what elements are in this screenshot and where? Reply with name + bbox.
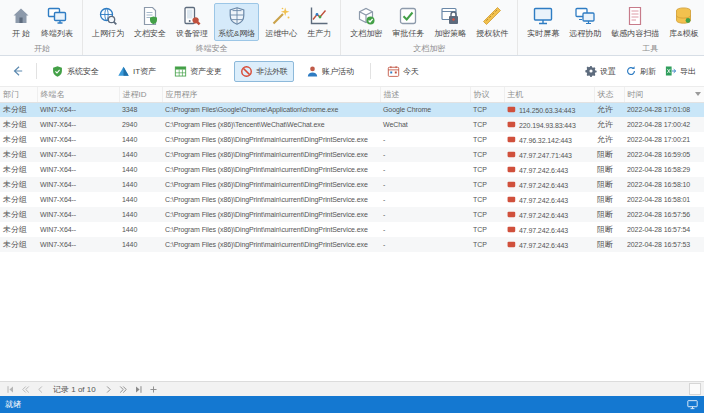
toolbar-action-button[interactable]: 导出 (665, 65, 696, 77)
cell-status: 阻断 (594, 147, 624, 162)
ribbon-button[interactable]: 开 始 (7, 3, 35, 41)
toolbar-action-button[interactable]: 刷新 (625, 65, 656, 77)
filter-item[interactable]: 账户活动 (300, 61, 360, 82)
column-header-label: 终端名 (41, 90, 65, 99)
cell-terminal: WIN7-X64-- (37, 162, 119, 177)
cell-terminal: WIN7-X64-- (37, 147, 119, 162)
cell-time: 2022-04-28 16:58:10 (624, 177, 704, 192)
filter-item[interactable]: 资产变更 (168, 61, 228, 82)
table-row[interactable]: 未分组WIN7-X64--1440C:\Program Files (x86)\… (0, 222, 704, 237)
back-button[interactable] (8, 61, 28, 81)
ribbon-button-label: 远程协助 (569, 28, 601, 39)
cell-status: 允许 (594, 132, 624, 147)
filter-item[interactable]: 系统安全 (45, 61, 105, 82)
filter-item-label: 非法外联 (256, 66, 288, 77)
ribbon-button-label: 实时屏幕 (527, 28, 559, 39)
add-record-button[interactable] (147, 383, 161, 396)
next-record-button[interactable] (102, 383, 116, 396)
encrypt-policy-icon (440, 6, 460, 26)
cell-department: 未分组 (0, 222, 37, 237)
doc-encrypt-icon (356, 6, 376, 26)
table-row[interactable]: 未分组WIN7-X64--1440C:\Program Files (x86)\… (0, 132, 704, 147)
table-row[interactable]: 未分组WIN7-X64--1440C:\Program Files (x86)\… (0, 162, 704, 177)
device-manage-icon (182, 6, 202, 26)
first-page-button[interactable] (3, 383, 17, 396)
column-header[interactable]: 主机 (504, 87, 594, 102)
cell-time: 2022-04-28 17:00:21 (624, 132, 704, 147)
filter-item[interactable]: IT资产 (111, 61, 162, 82)
table-row[interactable]: 未分组WIN7-X64--1440C:\Program Files (x86)\… (0, 237, 704, 252)
toolbar-action-label: 导出 (680, 66, 696, 77)
cell-terminal: WIN7-X64-- (37, 132, 119, 147)
cell-app-path: C:\Program Files (x86)\DingPrint\main\cu… (162, 207, 380, 222)
statusbar-monitor-icon (686, 399, 699, 410)
ribbon-button[interactable]: 设备管理 (172, 3, 212, 41)
prev-record-button[interactable] (33, 383, 47, 396)
cell-host: 220.194.93.83:443 (504, 117, 594, 132)
ribbon-button[interactable]: 文档安全 (130, 3, 170, 41)
last-page-button[interactable] (132, 383, 146, 396)
cell-host: 47.97.242.6:443 (504, 192, 594, 207)
cell-status: 阻断 (594, 192, 624, 207)
ribbon-button[interactable]: 远程协助 (565, 3, 605, 41)
cell-terminal: WIN7-X64-- (37, 102, 119, 117)
table-row[interactable]: 未分组WIN7-X64--1440C:\Program Files (x86)\… (0, 207, 704, 222)
cell-app-path: C:\Program Files (x86)\DingPrint\main\cu… (162, 132, 380, 147)
column-header-label: 状态 (598, 90, 614, 99)
filter-item-label: 今天 (403, 66, 419, 77)
table-row[interactable]: 未分组WIN7-X64--3348C:\Program Files\Google… (0, 102, 704, 117)
ribbon-button[interactable]: 系统&网络 (214, 3, 259, 41)
authorized-software-icon (482, 6, 502, 26)
calendar-icon (387, 65, 400, 78)
table-row[interactable]: 未分组WIN7-X64--2940C:\Program Files (x86)\… (0, 117, 704, 132)
record-counter: 记录 1 of 10 (48, 384, 101, 395)
filter-item[interactable]: 今天 (381, 61, 425, 82)
flag-icon (507, 151, 516, 158)
column-header[interactable]: 描述 (380, 87, 470, 102)
table-row[interactable]: 未分组WIN7-X64--1440C:\Program Files (x86)\… (0, 177, 704, 192)
ribbon-button[interactable]: 上网行为 (88, 3, 128, 41)
horizontal-scrollbar-button[interactable] (689, 383, 701, 395)
cell-app-path: C:\Program Files (x86)\Tencent\WeChat\We… (162, 117, 380, 132)
ribbon-button[interactable]: 运维中心 (261, 3, 301, 41)
toolbar-action-button[interactable]: 设置 (585, 65, 616, 77)
next-group-button[interactable] (117, 383, 131, 396)
ribbon-button-label: 文档安全 (134, 28, 166, 39)
ribbon-group-label: 开始 (2, 43, 82, 54)
cell-app-path: C:\Program Files (x86)\DingPrint\main\cu… (162, 192, 380, 207)
host-address: 47.97.242.6:443 (519, 212, 568, 219)
column-header[interactable]: 部门 (0, 87, 37, 102)
column-header[interactable]: 协议 (470, 87, 504, 102)
ribbon-button[interactable]: 终端列表 (37, 3, 77, 41)
ribbon-button[interactable]: 生产力 (303, 3, 335, 41)
ribbon-button[interactable]: 授权软件 (472, 3, 512, 41)
ribbon-button[interactable]: 敏感内容扫描 (607, 3, 663, 41)
cell-department: 未分组 (0, 102, 37, 117)
ribbon-button[interactable]: 实时屏幕 (523, 3, 563, 41)
filter-item[interactable]: 非法外联 (234, 61, 294, 82)
column-header[interactable]: 终端名 (37, 87, 119, 102)
cell-terminal: WIN7-X64-- (37, 117, 119, 132)
table-row[interactable]: 未分组WIN7-X64--1440C:\Program Files (x86)\… (0, 147, 704, 162)
cell-description: - (380, 207, 470, 222)
column-header[interactable]: 时间 (624, 87, 704, 102)
ribbon-group: 文档加密审批任务加密策略授权软件文档加密 (341, 0, 518, 55)
ribbon-button[interactable]: 库&模板 (665, 3, 702, 41)
first-page-icon (5, 384, 16, 395)
table-row[interactable]: 未分组WIN7-X64--1440C:\Program Files (x86)\… (0, 192, 704, 207)
ribbon-button[interactable]: 审批任务 (388, 3, 428, 41)
divider (36, 63, 37, 79)
plus-icon (148, 384, 159, 395)
prev-group-button[interactable] (18, 383, 32, 396)
ribbon-button[interactable]: 文档加密 (346, 3, 386, 41)
column-header[interactable]: 应用程序 (162, 87, 380, 102)
status-bar: 就绪 (0, 396, 704, 413)
cell-pid: 1440 (119, 147, 162, 162)
cell-department: 未分组 (0, 162, 37, 177)
column-header[interactable]: 状态 (594, 87, 624, 102)
cell-host: 114.250.63.34:443 (504, 102, 594, 117)
sort-desc-icon[interactable] (695, 92, 701, 96)
ribbon-button[interactable]: 加密策略 (430, 3, 470, 41)
column-header[interactable]: 进程ID (119, 87, 162, 102)
cell-protocol: TCP (470, 237, 504, 252)
